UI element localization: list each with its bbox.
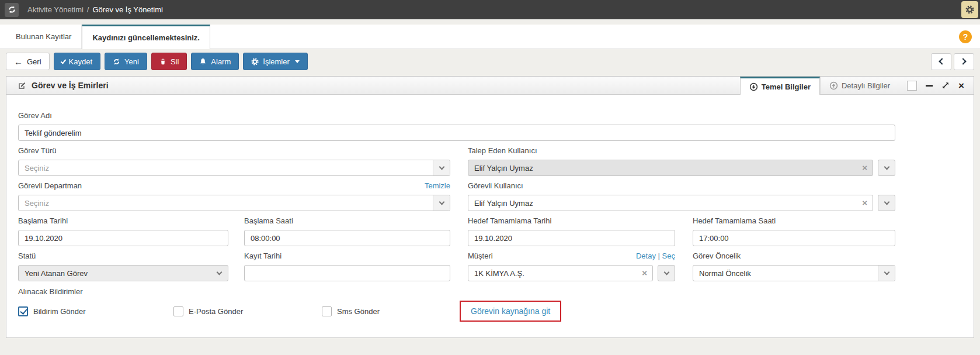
help-button[interactable]: ? <box>959 30 972 43</box>
delete-button-label: Sil <box>171 57 179 66</box>
app-logo-button[interactable] <box>5 3 19 17</box>
checkbox-label: E-Posta Gönder <box>189 307 243 316</box>
task-source-highlight-box: Görevin kaynağına git <box>460 301 561 322</box>
tab-found-records[interactable]: Bulunan Kayıtlar <box>6 25 82 49</box>
target-time-label: Hedef Tamamlama Saati <box>693 216 776 225</box>
clear-icon[interactable]: × <box>862 163 867 173</box>
alarm-button-label: Alarm <box>211 57 231 66</box>
tab-basic-info[interactable]: Temel Bilgiler <box>740 77 820 95</box>
link-separator: | <box>658 251 660 260</box>
priority-label: Görev Öncelik <box>693 251 741 260</box>
new-button-label: Yeni <box>124 57 139 66</box>
breadcrumb-separator: / <box>87 5 89 14</box>
assigned-user-combo: Elif Yalçın Uymaz × <box>468 195 895 211</box>
checkbox-icon <box>18 306 28 316</box>
task-type-label: Görev Türü <box>18 146 57 155</box>
tab-found-records-label: Bulunan Kayıtlar <box>16 32 71 41</box>
assigned-user-dropdown-button[interactable] <box>878 195 895 211</box>
panel-title-wrap: Görev ve İş Emirleri <box>6 77 109 94</box>
task-name-input[interactable] <box>18 125 895 141</box>
question-mark-icon: ? <box>963 32 968 42</box>
target-time-input[interactable] <box>693 230 895 246</box>
start-date-input[interactable] <box>18 230 228 246</box>
requesting-user-combo: Elif Yalçın Uymaz × <box>468 160 895 176</box>
target-date-input[interactable] <box>468 230 675 246</box>
clear-icon[interactable]: × <box>642 268 647 278</box>
breadcrumb-page: Görev ve İş Yönetimi <box>92 5 162 14</box>
assigned-department-label: Görevli Departman <box>18 181 82 190</box>
bell-icon <box>199 58 207 66</box>
tab-detailed-info[interactable]: Detaylı Bilgiler <box>820 77 899 94</box>
chevron-down-icon <box>878 266 895 281</box>
customer-combo: 1K KİMYA A.Ş. × <box>468 265 675 281</box>
task-panel: Görev ve İş Emirleri Temel Bilgiler Deta… <box>6 76 974 338</box>
priority-select[interactable]: Normal Öncelik <box>693 265 895 281</box>
alarm-button[interactable]: Alarm <box>191 53 239 70</box>
panel-window-buttons: × <box>899 77 974 94</box>
checkbox-send-notification[interactable]: Bildirim Gönder <box>18 306 173 316</box>
gear-icon <box>251 58 259 66</box>
assigned-user-label: Görevli Kullanıcı <box>468 181 523 190</box>
close-icon[interactable]: × <box>958 81 964 91</box>
circle-up-icon <box>829 81 838 90</box>
requesting-user-dropdown-button[interactable] <box>878 160 895 176</box>
requesting-user-value: Elif Yalçın Uymaz <box>474 164 533 173</box>
record-nav <box>931 53 974 70</box>
go-to-task-source-link[interactable]: Görevin kaynağına git <box>471 306 550 316</box>
check-icon <box>60 58 66 64</box>
assigned-user-value: Elif Yalçın Uymaz <box>474 199 533 208</box>
start-time-input[interactable] <box>244 230 450 246</box>
settings-button[interactable] <box>961 1 978 18</box>
chevron-right-icon <box>960 58 966 64</box>
checkbox-send-email[interactable]: E-Posta Gönder <box>173 306 322 316</box>
clear-department-link[interactable]: Temizle <box>425 181 450 190</box>
assigned-user-field[interactable]: Elif Yalçın Uymaz × <box>468 195 873 211</box>
notifications-label: Alınacak Bildirimler <box>18 287 83 296</box>
status-select[interactable]: Yeni Atanan Görev <box>18 265 228 281</box>
edit-icon <box>18 81 26 90</box>
new-button[interactable]: Yeni <box>105 53 147 70</box>
breadcrumb: Aktivite Yönetimi / Görev ve İş Yönetimi <box>27 5 163 14</box>
back-button[interactable]: ← Geri <box>6 53 50 70</box>
clear-icon[interactable]: × <box>862 198 867 208</box>
start-time-label: Başlama Saati <box>244 216 293 225</box>
priority-value: Normal Öncelik <box>699 269 751 278</box>
actions-dropdown-button[interactable]: İşlemler <box>243 53 308 70</box>
square-toggle-icon[interactable] <box>907 81 917 91</box>
actions-dropdown-label: İşlemler <box>263 57 290 66</box>
delete-button[interactable]: Sil <box>151 53 187 70</box>
checkbox-send-sms[interactable]: Sms Gönder <box>322 306 460 316</box>
left-arrow-icon: ← <box>14 57 23 66</box>
checkbox-label: Bildirim Gönder <box>33 307 86 316</box>
top-navbar: Aktivite Yönetimi / Görev ve İş Yönetimi <box>0 0 980 19</box>
task-name-label: Görev Adı <box>18 111 52 120</box>
app-window: Aktivite Yönetimi / Görev ve İş Yönetimi… <box>0 0 980 355</box>
requesting-user-field[interactable]: Elif Yalçın Uymaz × <box>468 160 873 176</box>
tab-updating-record[interactable]: Kaydınızı güncellemektesiniz. <box>82 25 210 49</box>
checkbox-icon <box>322 306 332 316</box>
tab-detailed-info-label: Detaylı Bilgiler <box>842 81 890 90</box>
chevron-down-icon <box>433 195 450 211</box>
minimize-icon[interactable] <box>926 85 933 87</box>
save-button[interactable]: Kaydet <box>54 53 100 70</box>
expand-icon[interactable] <box>941 81 950 89</box>
record-date-input[interactable] <box>244 265 450 281</box>
previous-record-button[interactable] <box>931 53 951 70</box>
task-type-select[interactable]: Seçiniz <box>18 160 450 176</box>
panel-title: Görev ve İş Emirleri <box>32 81 109 90</box>
checkbox-label: Sms Gönder <box>337 307 380 316</box>
customer-label: Müşteri <box>468 251 493 260</box>
record-date-label: Kayıt Tarihi <box>244 251 282 260</box>
customer-detail-link[interactable]: Detay <box>636 251 656 260</box>
refresh-icon <box>113 58 120 66</box>
notifications-section: Alınacak Bildirimler Bildirim Gönder E-P… <box>18 287 962 322</box>
breadcrumb-section[interactable]: Aktivite Yönetimi <box>27 5 84 14</box>
next-record-button[interactable] <box>954 53 974 70</box>
panel-header: Görev ve İş Emirleri Temel Bilgiler Deta… <box>6 77 974 95</box>
chevron-down-icon <box>433 160 450 175</box>
customer-select-link[interactable]: Seç <box>662 251 675 260</box>
customer-dropdown-button[interactable] <box>658 265 675 281</box>
customer-field[interactable]: 1K KİMYA A.Ş. × <box>468 265 653 281</box>
assigned-department-select[interactable]: Seçiniz <box>18 195 450 211</box>
save-button-label: Kaydet <box>69 57 92 66</box>
